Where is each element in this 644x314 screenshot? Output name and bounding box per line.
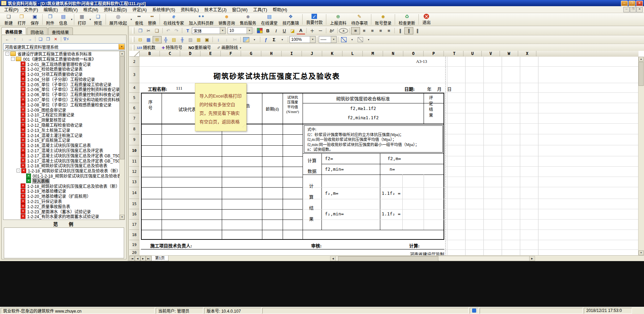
- sticky-note[interactable]: 导入的Excel表格打印的时候有多张空白页，先预览看下确实有空白页，返回表格 ⋰: [195, 83, 247, 131]
- toolbar-grip[interactable]: [132, 37, 134, 43]
- toolbar-grip[interactable]: [132, 27, 134, 34]
- vertical-text-center-icon[interactable]: ∥: [404, 27, 413, 34]
- grid-vscrollbar[interactable]: ▲ ▼: [638, 57, 644, 255]
- menu-item-7[interactable]: 评定(A): [130, 5, 150, 13]
- chevron-down-icon[interactable]: ▼: [119, 44, 124, 49]
- grid-hscrollbar[interactable]: ◀ ▶: [330, 256, 535, 261]
- diagonal-border-icon[interactable]: [340, 36, 348, 43]
- column-header-F[interactable]: F: [221, 51, 241, 56]
- increase-icon[interactable]: ＋: [308, 27, 316, 34]
- tree-item-33[interactable]: ✕1-2-24_有防水要求的地面蓄水试验记录: [3, 214, 124, 219]
- row-spacing-icon[interactable]: ↕: [214, 36, 222, 43]
- sheet-tab-page1[interactable]: 第1页: [151, 256, 168, 261]
- tree-item-3[interactable]: ✕1-2-01_施工现场质量管理检查记录: [3, 61, 124, 67]
- form-number-cell[interactable]: A3-13: [408, 59, 435, 64]
- sidebar-tab-2[interactable]: 回收站: [27, 27, 47, 35]
- scroll-down-icon[interactable]: ▼: [638, 250, 644, 255]
- mdi-minimize-button[interactable]: ─: [623, 7, 630, 12]
- toolbar-button-info-doc[interactable]: ▤信息: [57, 13, 70, 26]
- toolbar-button-printer[interactable]: ▦打印: [75, 13, 88, 26]
- tree-item-22[interactable]: ✕1-2-17_混凝土试块抗压强度汇总及评定表 GB_T50107-2010: [3, 158, 124, 163]
- row-header-4[interactable]: 4: [129, 83, 139, 93]
- special-symbol-button[interactable]: ✚ 特殊符号: [161, 45, 183, 51]
- delete-node-icon[interactable]: ✕: [52, 36, 59, 43]
- undo-icon[interactable]: ↶: [164, 27, 172, 34]
- column-header-N[interactable]: N: [383, 51, 403, 56]
- font-size-select[interactable]: 10 ▼: [228, 27, 252, 34]
- tree-item-24[interactable]: -✕1-2-18_砌筑砂浆试块抗压强度汇总及验收表（新）【1-2组: [3, 168, 124, 173]
- menu-item-12[interactable]: 工具(T): [250, 5, 270, 13]
- row-header-14[interactable]: 14: [129, 187, 139, 199]
- resize-grip-icon[interactable]: ⋰: [242, 122, 245, 130]
- underline-icon[interactable]: U: [280, 27, 288, 34]
- zoom-select[interactable]: 100% ▼: [290, 36, 316, 43]
- scrollbar-thumb[interactable]: [638, 62, 644, 86]
- column-header-M[interactable]: M: [363, 51, 383, 56]
- diagonal-border2-icon[interactable]: [356, 36, 364, 43]
- toolbar-button-sales-person[interactable]: ☻销售咨询: [216, 13, 237, 26]
- chevron-down-icon[interactable]: ▼: [70, 18, 73, 21]
- copy-node-icon[interactable]: ❐: [45, 36, 52, 43]
- renumber-button[interactable]: NO 重新编号: [188, 45, 212, 51]
- toolbar-button-expand-collapse[interactable]: ◎展开/收起: [107, 13, 129, 26]
- copy-icon[interactable]: ❐: [136, 27, 144, 34]
- column-header-T[interactable]: T: [445, 51, 463, 56]
- column-header-B[interactable]: B: [140, 51, 160, 56]
- nav-down-icon[interactable]: ↓: [19, 36, 26, 43]
- toolbar-button-exit-red[interactable]: ✕退出: [420, 13, 433, 25]
- align-distribute-icon[interactable]: ≡: [385, 27, 393, 34]
- toolbar-button-preview[interactable]: ❏预览: [91, 13, 105, 26]
- toolbar-button-service-person[interactable]: ☻售后服务: [237, 13, 259, 26]
- row-header-10[interactable]: 10: [129, 145, 139, 156]
- cut-icon[interactable]: ✂: [144, 27, 153, 34]
- column-header-L[interactable]: L: [342, 51, 363, 56]
- row-header-5[interactable]: 5: [129, 93, 139, 103]
- tree-item-28[interactable]: ✕1-2-19_地基验槽记录: [3, 189, 124, 194]
- project-name-value[interactable]: 111: [176, 86, 183, 91]
- toolbar-grip[interactable]: [132, 45, 134, 50]
- restore-button[interactable]: ❐: [629, 1, 635, 6]
- scroll-right-icon[interactable]: ▶: [529, 256, 535, 261]
- row-header-3[interactable]: 3: [129, 67, 139, 83]
- row-header-15[interactable]: 15: [129, 199, 139, 209]
- expander-icon[interactable]: -: [17, 169, 20, 172]
- tree-item-25[interactable]: ✕001-1-2-18_砌筑砂浆试块抗压强度汇总及验收表（新）: [3, 173, 124, 178]
- font-color-icon[interactable]: A: [297, 27, 305, 34]
- row-header-20[interactable]: 20: [129, 250, 139, 255]
- tree-item-29[interactable]: ✕1-2-20_地基验槽记录（扩底桩用）: [3, 193, 124, 199]
- toolbar-button-upload-globe[interactable]: ⊕上报资料: [327, 13, 349, 26]
- insert-col-icon[interactable]: ⊞: [153, 36, 162, 43]
- tree-item-4[interactable]: ✕1-2-02_检验批质量验收记录表: [3, 66, 124, 71]
- tree-item-12[interactable]: ✕1-2-09_图纸会审记录: [3, 107, 124, 112]
- nav-right-icon[interactable]: →: [26, 36, 33, 43]
- grid-corner-cell[interactable]: [129, 51, 140, 57]
- tree-item-19[interactable]: ✕1-2-16_混凝土试块抗压强度汇总表: [3, 143, 124, 148]
- column-header-K[interactable]: K: [322, 51, 342, 56]
- column-header-I[interactable]: I: [282, 51, 302, 56]
- column-header-D[interactable]: D: [180, 51, 200, 56]
- sidebar-tab-3[interactable]: 查找结果: [48, 27, 73, 35]
- column-header-J[interactable]: J: [302, 51, 322, 56]
- merge-cells-icon[interactable]: ▦: [144, 36, 153, 43]
- tree-item-21[interactable]: ✕1-2-17_混凝土试块抗压强度汇总及评定表 GB_T50107-2010: [3, 153, 124, 158]
- toolbar-button-save-floppy[interactable]: ▣保存: [28, 13, 41, 26]
- toolbar-button-tips[interactable]: ❖技巧集锦: [280, 13, 301, 26]
- row-header-8[interactable]: 8: [129, 124, 139, 134]
- scroll-left-icon[interactable]: ◀: [330, 256, 336, 261]
- column-header-P[interactable]: P: [424, 51, 444, 56]
- insert-image-dropdown[interactable]: ▼: [250, 36, 259, 43]
- tree-item-14[interactable]: ✕1-2-11_测量复核签证: [3, 117, 124, 122]
- chevron-down-icon[interactable]: ▼: [130, 18, 132, 21]
- row-header-13[interactable]: 13: [129, 177, 139, 187]
- align-left-icon[interactable]: ≡: [360, 27, 368, 34]
- toolbar-button-replace-binoculars[interactable]: ●●替换: [145, 13, 159, 26]
- nav-left-icon[interactable]: ←: [4, 36, 11, 43]
- menu-item-5[interactable]: 格式(M): [80, 5, 101, 13]
- bold-icon[interactable]: B: [264, 27, 272, 34]
- filter-icon[interactable]: ∇⚡: [63, 36, 70, 43]
- tree-item-20[interactable]: ✕1-2-17_混凝土试块抗压强度汇总及评定表: [3, 148, 124, 153]
- cell-color-icon[interactable]: [255, 27, 264, 34]
- column-header-E[interactable]: E: [200, 51, 221, 56]
- function-icon[interactable]: ƒ: [262, 36, 270, 43]
- column-header-H[interactable]: H: [261, 51, 282, 56]
